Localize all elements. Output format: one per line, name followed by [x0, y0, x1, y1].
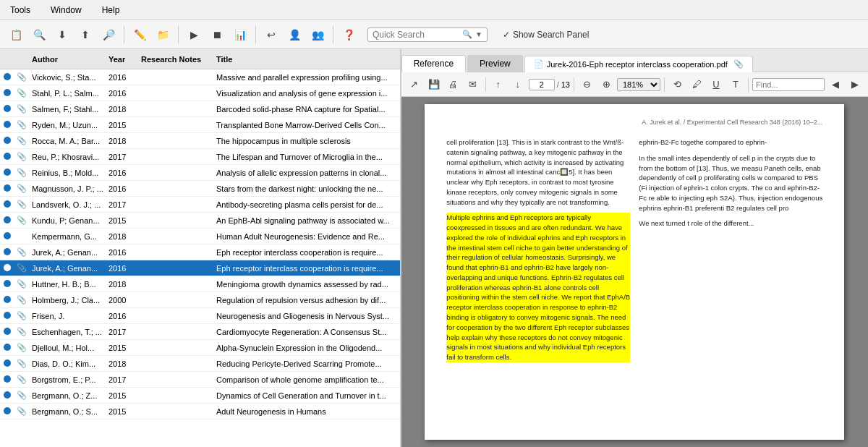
- table-row[interactable]: 📎 Salmen, F.; Stahl... 2018 Barcoded sol…: [0, 101, 400, 117]
- row-title: Stars from the darkest night: unlocking …: [213, 184, 400, 193]
- pdf-btn-find-next[interactable]: ▶: [846, 76, 864, 93]
- row-attach: 📎: [14, 406, 29, 416]
- pdf-btn-prev[interactable]: ↑: [490, 76, 507, 93]
- attach-icon: 📎: [17, 136, 27, 145]
- row-year: 2018: [109, 280, 141, 289]
- toolbar-btn-zoom[interactable]: 🔎: [98, 25, 119, 45]
- pdf-find-input[interactable]: [752, 78, 825, 91]
- pdf-btn-rotate[interactable]: ⟲: [668, 76, 686, 93]
- pdf-toolbar-sep-2: [574, 77, 574, 92]
- quick-search-input[interactable]: [373, 30, 459, 40]
- table-row[interactable]: 📎 Jurek, A.; Genan... 2016 Eph receptor …: [0, 260, 400, 276]
- row-year: 2016: [109, 248, 141, 257]
- attach-icon: 📎: [17, 327, 27, 336]
- table-row[interactable]: 📎 Reinius, B.; Mold... 2016 Analysis of …: [0, 165, 400, 181]
- table-row[interactable]: 📎 Bergmann, O.; Z... 2015 Dynamics of Ce…: [0, 388, 400, 404]
- row-attach: 📎: [14, 184, 29, 193]
- table-row[interactable]: 📎 Landsverk, O. J.; ... 2017 Antibody-se…: [0, 197, 400, 213]
- toolbar-btn-search[interactable]: 🔍: [29, 25, 49, 45]
- table-row[interactable]: Kempermann, G... 2018 Human Adult Neurog…: [0, 229, 400, 244]
- toolbar-btn-help[interactable]: ❓: [339, 25, 359, 45]
- toolbar-btn-folder[interactable]: 📁: [153, 25, 173, 45]
- table-row[interactable]: 📎 Dias, D. O.; Kim... 2018 Reducing Peri…: [0, 356, 400, 372]
- row-author: Reinius, B.; Mold...: [29, 169, 109, 177]
- show-search-panel-btn[interactable]: ✓ Show Search Panel: [496, 27, 595, 43]
- row-author: Magnusson, J. P.; ...: [29, 184, 109, 193]
- row-author: Bergmann, O.; Z...: [29, 391, 109, 400]
- toolbar-btn-1[interactable]: 📋: [6, 25, 26, 45]
- row-year: 2016: [109, 89, 141, 98]
- row-author: Landsverk, O. J.; ...: [29, 200, 109, 209]
- table-row[interactable]: 📎 Rocca, M. A.; Bar... 2018 The hippocam…: [0, 133, 400, 149]
- toolbar-btn-6[interactable]: ⏹: [207, 25, 227, 45]
- row-dot: [0, 344, 14, 352]
- attach-icon: 📎: [17, 88, 27, 97]
- table-row[interactable]: 📎 Bergmann, O.; S... 2015 Adult Neurogen…: [0, 404, 400, 420]
- dropdown-icon[interactable]: ▼: [475, 30, 482, 38]
- attach-icon: 📎: [17, 375, 27, 383]
- row-year: 2016: [109, 312, 141, 320]
- menu-help[interactable]: Help: [98, 4, 124, 17]
- tab-reference[interactable]: Reference: [401, 55, 466, 72]
- table-row[interactable]: 📎 Holmberg, J.; Cla... 2000 Regulation o…: [0, 292, 400, 308]
- toolbar-btn-7[interactable]: 📊: [230, 25, 250, 45]
- row-author: Dias, D. O.; Kim...: [29, 359, 109, 368]
- toolbar-btn-down[interactable]: ⬇: [52, 25, 72, 45]
- menu-tools[interactable]: Tools: [6, 4, 35, 17]
- pdf-btn-email[interactable]: ✉: [464, 76, 482, 93]
- row-attach: 📎: [14, 391, 29, 400]
- toolbar-btn-up[interactable]: ⬆: [75, 25, 95, 45]
- toolbar-btn-5[interactable]: ▶: [184, 25, 204, 45]
- row-attach: 📎: [14, 88, 29, 98]
- row-dot: [0, 264, 14, 273]
- table-row[interactable]: 📎 Frisen, J. 2016 Neurogenesis and Gliog…: [0, 308, 400, 324]
- row-year: 2016: [109, 73, 141, 82]
- toolbar-btn-refresh[interactable]: ↩: [261, 25, 281, 45]
- table-row[interactable]: 📎 Reu, P.; Khosravi... 2017 The Lifespan…: [0, 149, 400, 165]
- toolbar-sep-2: [178, 26, 179, 43]
- tab-preview[interactable]: Preview: [467, 55, 523, 72]
- menu-window[interactable]: Window: [46, 4, 86, 17]
- table-row[interactable]: 📎 Magnusson, J. P.; ... 2016 Stars from …: [0, 181, 400, 197]
- toolbar-btn-edit[interactable]: ✏️: [129, 25, 150, 45]
- row-author: Ryden, M.; Uzun...: [29, 121, 109, 129]
- row-dot: [0, 280, 14, 289]
- row-author: Djelloul, M.; Hol...: [29, 344, 109, 352]
- row-dot: [0, 359, 14, 368]
- table-row[interactable]: 📎 Ryden, M.; Uzun... 2015 Transplanted B…: [0, 117, 400, 133]
- pdf-btn-print[interactable]: 🖨: [445, 76, 462, 93]
- table-row[interactable]: 📎 Vickovic, S.; Sta... 2016 Massive and …: [0, 69, 400, 85]
- pdf-zoom-select[interactable]: 181% 100% 75% 50%: [617, 78, 660, 91]
- table-row[interactable]: 📎 Kundu, P; Genan... 2015 An EphB-Abl si…: [0, 213, 400, 229]
- toolbar-btn-users[interactable]: 👥: [307, 25, 328, 45]
- pdf-page-current[interactable]: [529, 79, 555, 90]
- pdf-page-sep: /: [557, 80, 559, 89]
- table-row[interactable]: 📎 Eschenhagen, T.; ... 2017 Cardiomyocyt…: [0, 324, 400, 340]
- row-author: Eschenhagen, T.; ...: [29, 328, 109, 336]
- table-row[interactable]: 📎 Djelloul, M.; Hol... 2015 Alpha-Synucl…: [0, 340, 400, 356]
- pdf-btn-font[interactable]: T: [727, 76, 744, 93]
- table-row[interactable]: 📎 Stahl, P. L.; Salm... 2016 Visualizati…: [0, 85, 400, 101]
- pdf-btn-zoom-out[interactable]: ⊖: [578, 76, 595, 93]
- search-icon: 🔍: [462, 30, 472, 39]
- pdf-btn-open[interactable]: ↗: [406, 76, 423, 93]
- pdf-btn-find-prev[interactable]: ◀: [827, 76, 844, 93]
- pdf-btn-save[interactable]: 💾: [425, 76, 443, 93]
- pdf-btn-annotate[interactable]: 🖊: [688, 76, 705, 93]
- row-author: Salmen, F.; Stahl...: [29, 105, 109, 114]
- pdf-content[interactable]: A. Jurek et al. / Experimental Cell Rese…: [401, 97, 868, 447]
- attach-icon: 📎: [17, 72, 27, 81]
- table-row[interactable]: 📎 Borgstrom, E.; P... 2017 Comparison of…: [0, 372, 400, 388]
- pdf-btn-next[interactable]: ↓: [509, 76, 527, 93]
- table-row[interactable]: 📎 Huttner, H. B.; B... 2018 Meningioma g…: [0, 276, 400, 292]
- toolbar-sep-3: [255, 26, 256, 43]
- pdf-btn-underline[interactable]: U: [707, 76, 725, 93]
- row-title: Alpha-Synuclein Expression in the Oligod…: [213, 344, 400, 352]
- pdf-file-tab[interactable]: 📄 Jurek-2016-Eph receptor interclass coo…: [524, 56, 753, 72]
- pdf-btn-zoom-in[interactable]: ⊕: [597, 76, 615, 93]
- table-row[interactable]: 📎 Jurek, A.; Genan... 2016 Eph receptor …: [0, 244, 400, 260]
- toolbar-btn-user[interactable]: 👤: [284, 25, 305, 45]
- col-header-title: Title: [213, 55, 400, 64]
- row-attach: 📎: [14, 120, 29, 129]
- attach-icon: 📎: [17, 391, 27, 399]
